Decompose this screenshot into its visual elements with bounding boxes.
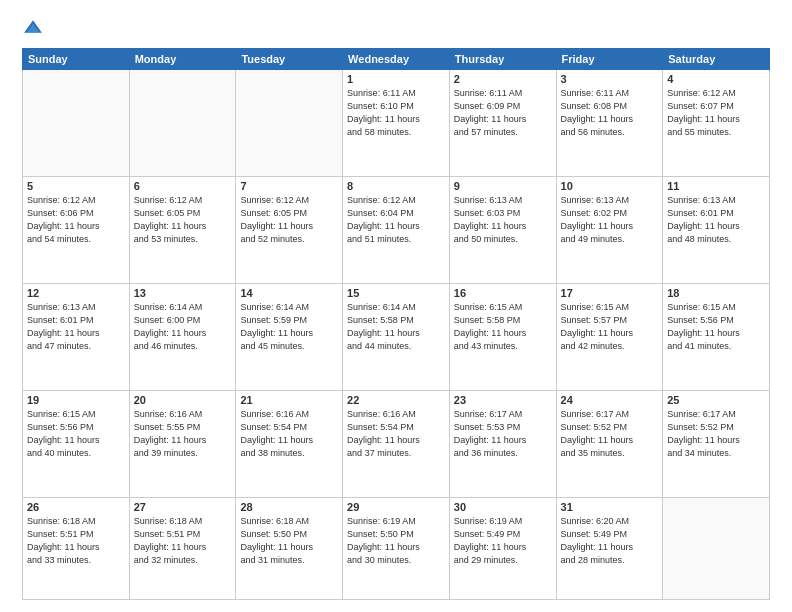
day-info: Sunrise: 6:15 AM Sunset: 5:56 PM Dayligh… bbox=[667, 301, 765, 353]
day-number: 15 bbox=[347, 287, 445, 299]
weekday-header-saturday: Saturday bbox=[663, 49, 770, 70]
logo bbox=[22, 18, 48, 40]
calendar-cell: 14Sunrise: 6:14 AM Sunset: 5:59 PM Dayli… bbox=[236, 284, 343, 391]
day-number: 28 bbox=[240, 501, 338, 513]
weekday-header-sunday: Sunday bbox=[23, 49, 130, 70]
calendar-cell: 16Sunrise: 6:15 AM Sunset: 5:58 PM Dayli… bbox=[449, 284, 556, 391]
day-info: Sunrise: 6:18 AM Sunset: 5:51 PM Dayligh… bbox=[27, 515, 125, 567]
calendar-week-4: 26Sunrise: 6:18 AM Sunset: 5:51 PM Dayli… bbox=[23, 498, 770, 600]
day-number: 9 bbox=[454, 180, 552, 192]
day-number: 2 bbox=[454, 73, 552, 85]
calendar-cell: 21Sunrise: 6:16 AM Sunset: 5:54 PM Dayli… bbox=[236, 391, 343, 498]
calendar-cell: 26Sunrise: 6:18 AM Sunset: 5:51 PM Dayli… bbox=[23, 498, 130, 600]
day-info: Sunrise: 6:13 AM Sunset: 6:02 PM Dayligh… bbox=[561, 194, 659, 246]
day-info: Sunrise: 6:19 AM Sunset: 5:50 PM Dayligh… bbox=[347, 515, 445, 567]
day-info: Sunrise: 6:17 AM Sunset: 5:52 PM Dayligh… bbox=[667, 408, 765, 460]
day-info: Sunrise: 6:12 AM Sunset: 6:07 PM Dayligh… bbox=[667, 87, 765, 139]
day-number: 16 bbox=[454, 287, 552, 299]
calendar-cell: 1Sunrise: 6:11 AM Sunset: 6:10 PM Daylig… bbox=[343, 70, 450, 177]
day-info: Sunrise: 6:12 AM Sunset: 6:06 PM Dayligh… bbox=[27, 194, 125, 246]
calendar-cell: 25Sunrise: 6:17 AM Sunset: 5:52 PM Dayli… bbox=[663, 391, 770, 498]
day-number: 30 bbox=[454, 501, 552, 513]
day-number: 7 bbox=[240, 180, 338, 192]
day-number: 19 bbox=[27, 394, 125, 406]
calendar-cell: 22Sunrise: 6:16 AM Sunset: 5:54 PM Dayli… bbox=[343, 391, 450, 498]
weekday-header-wednesday: Wednesday bbox=[343, 49, 450, 70]
day-info: Sunrise: 6:18 AM Sunset: 5:50 PM Dayligh… bbox=[240, 515, 338, 567]
page: SundayMondayTuesdayWednesdayThursdayFrid… bbox=[0, 0, 792, 612]
calendar-cell: 24Sunrise: 6:17 AM Sunset: 5:52 PM Dayli… bbox=[556, 391, 663, 498]
calendar-cell: 2Sunrise: 6:11 AM Sunset: 6:09 PM Daylig… bbox=[449, 70, 556, 177]
calendar-cell: 18Sunrise: 6:15 AM Sunset: 5:56 PM Dayli… bbox=[663, 284, 770, 391]
calendar-cell: 29Sunrise: 6:19 AM Sunset: 5:50 PM Dayli… bbox=[343, 498, 450, 600]
day-number: 21 bbox=[240, 394, 338, 406]
day-info: Sunrise: 6:17 AM Sunset: 5:52 PM Dayligh… bbox=[561, 408, 659, 460]
calendar-cell: 13Sunrise: 6:14 AM Sunset: 6:00 PM Dayli… bbox=[129, 284, 236, 391]
calendar-week-3: 19Sunrise: 6:15 AM Sunset: 5:56 PM Dayli… bbox=[23, 391, 770, 498]
day-number: 31 bbox=[561, 501, 659, 513]
day-info: Sunrise: 6:13 AM Sunset: 6:01 PM Dayligh… bbox=[27, 301, 125, 353]
day-info: Sunrise: 6:19 AM Sunset: 5:49 PM Dayligh… bbox=[454, 515, 552, 567]
day-number: 17 bbox=[561, 287, 659, 299]
day-number: 12 bbox=[27, 287, 125, 299]
calendar-cell: 4Sunrise: 6:12 AM Sunset: 6:07 PM Daylig… bbox=[663, 70, 770, 177]
calendar-cell: 19Sunrise: 6:15 AM Sunset: 5:56 PM Dayli… bbox=[23, 391, 130, 498]
day-number: 1 bbox=[347, 73, 445, 85]
calendar-cell: 3Sunrise: 6:11 AM Sunset: 6:08 PM Daylig… bbox=[556, 70, 663, 177]
calendar-cell: 8Sunrise: 6:12 AM Sunset: 6:04 PM Daylig… bbox=[343, 177, 450, 284]
calendar-cell: 20Sunrise: 6:16 AM Sunset: 5:55 PM Dayli… bbox=[129, 391, 236, 498]
day-number: 6 bbox=[134, 180, 232, 192]
day-info: Sunrise: 6:13 AM Sunset: 6:01 PM Dayligh… bbox=[667, 194, 765, 246]
calendar-cell: 10Sunrise: 6:13 AM Sunset: 6:02 PM Dayli… bbox=[556, 177, 663, 284]
calendar-cell bbox=[663, 498, 770, 600]
calendar-table: SundayMondayTuesdayWednesdayThursdayFrid… bbox=[22, 48, 770, 600]
day-info: Sunrise: 6:15 AM Sunset: 5:56 PM Dayligh… bbox=[27, 408, 125, 460]
day-info: Sunrise: 6:15 AM Sunset: 5:57 PM Dayligh… bbox=[561, 301, 659, 353]
logo-icon bbox=[22, 18, 44, 40]
weekday-header-thursday: Thursday bbox=[449, 49, 556, 70]
day-number: 13 bbox=[134, 287, 232, 299]
calendar-week-0: 1Sunrise: 6:11 AM Sunset: 6:10 PM Daylig… bbox=[23, 70, 770, 177]
calendar-cell: 27Sunrise: 6:18 AM Sunset: 5:51 PM Dayli… bbox=[129, 498, 236, 600]
day-info: Sunrise: 6:14 AM Sunset: 5:58 PM Dayligh… bbox=[347, 301, 445, 353]
day-number: 3 bbox=[561, 73, 659, 85]
day-number: 8 bbox=[347, 180, 445, 192]
calendar-cell bbox=[129, 70, 236, 177]
day-number: 29 bbox=[347, 501, 445, 513]
calendar-cell: 7Sunrise: 6:12 AM Sunset: 6:05 PM Daylig… bbox=[236, 177, 343, 284]
day-number: 5 bbox=[27, 180, 125, 192]
weekday-header-row: SundayMondayTuesdayWednesdayThursdayFrid… bbox=[23, 49, 770, 70]
day-info: Sunrise: 6:16 AM Sunset: 5:54 PM Dayligh… bbox=[240, 408, 338, 460]
day-info: Sunrise: 6:12 AM Sunset: 6:04 PM Dayligh… bbox=[347, 194, 445, 246]
calendar-cell: 17Sunrise: 6:15 AM Sunset: 5:57 PM Dayli… bbox=[556, 284, 663, 391]
day-number: 22 bbox=[347, 394, 445, 406]
calendar-cell: 28Sunrise: 6:18 AM Sunset: 5:50 PM Dayli… bbox=[236, 498, 343, 600]
calendar-week-1: 5Sunrise: 6:12 AM Sunset: 6:06 PM Daylig… bbox=[23, 177, 770, 284]
weekday-header-monday: Monday bbox=[129, 49, 236, 70]
calendar-cell: 6Sunrise: 6:12 AM Sunset: 6:05 PM Daylig… bbox=[129, 177, 236, 284]
day-info: Sunrise: 6:18 AM Sunset: 5:51 PM Dayligh… bbox=[134, 515, 232, 567]
header bbox=[22, 18, 770, 40]
day-info: Sunrise: 6:14 AM Sunset: 5:59 PM Dayligh… bbox=[240, 301, 338, 353]
calendar-cell: 15Sunrise: 6:14 AM Sunset: 5:58 PM Dayli… bbox=[343, 284, 450, 391]
day-number: 24 bbox=[561, 394, 659, 406]
calendar-week-2: 12Sunrise: 6:13 AM Sunset: 6:01 PM Dayli… bbox=[23, 284, 770, 391]
day-number: 10 bbox=[561, 180, 659, 192]
calendar-cell: 11Sunrise: 6:13 AM Sunset: 6:01 PM Dayli… bbox=[663, 177, 770, 284]
day-number: 23 bbox=[454, 394, 552, 406]
calendar-cell bbox=[236, 70, 343, 177]
day-info: Sunrise: 6:17 AM Sunset: 5:53 PM Dayligh… bbox=[454, 408, 552, 460]
calendar-cell: 12Sunrise: 6:13 AM Sunset: 6:01 PM Dayli… bbox=[23, 284, 130, 391]
calendar-cell: 31Sunrise: 6:20 AM Sunset: 5:49 PM Dayli… bbox=[556, 498, 663, 600]
day-number: 18 bbox=[667, 287, 765, 299]
day-number: 14 bbox=[240, 287, 338, 299]
day-info: Sunrise: 6:15 AM Sunset: 5:58 PM Dayligh… bbox=[454, 301, 552, 353]
day-info: Sunrise: 6:12 AM Sunset: 6:05 PM Dayligh… bbox=[134, 194, 232, 246]
day-number: 20 bbox=[134, 394, 232, 406]
calendar-cell: 9Sunrise: 6:13 AM Sunset: 6:03 PM Daylig… bbox=[449, 177, 556, 284]
day-info: Sunrise: 6:13 AM Sunset: 6:03 PM Dayligh… bbox=[454, 194, 552, 246]
day-info: Sunrise: 6:11 AM Sunset: 6:08 PM Dayligh… bbox=[561, 87, 659, 139]
calendar-cell: 5Sunrise: 6:12 AM Sunset: 6:06 PM Daylig… bbox=[23, 177, 130, 284]
day-info: Sunrise: 6:11 AM Sunset: 6:10 PM Dayligh… bbox=[347, 87, 445, 139]
day-info: Sunrise: 6:12 AM Sunset: 6:05 PM Dayligh… bbox=[240, 194, 338, 246]
